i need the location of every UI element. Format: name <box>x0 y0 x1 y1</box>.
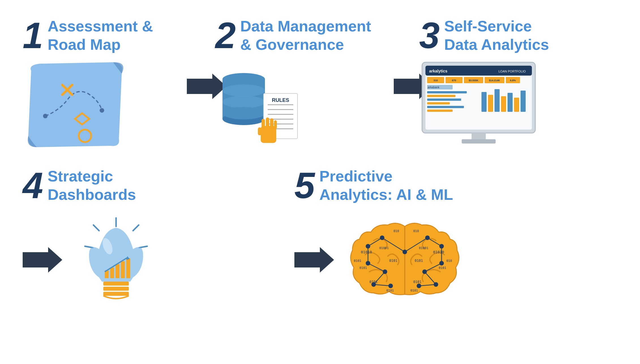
svg-rect-71 <box>110 267 114 278</box>
step-3-number: 3 <box>419 17 440 54</box>
svg-rect-74 <box>126 258 130 278</box>
svg-rect-48 <box>427 102 450 104</box>
svg-line-64 <box>93 225 99 231</box>
step-2-header: 2 Data Management & Governance <box>215 17 371 54</box>
svg-rect-55 <box>508 93 513 112</box>
svg-text:0101: 0101 <box>386 289 394 292</box>
svg-rect-69 <box>103 292 129 296</box>
svg-text:6.8%: 6.8% <box>510 79 516 82</box>
step-5-number: 5 <box>294 167 315 204</box>
svg-rect-51 <box>481 92 487 112</box>
svg-marker-60 <box>23 247 62 273</box>
svg-point-4 <box>43 114 48 118</box>
svg-rect-59 <box>462 139 496 144</box>
svg-line-62 <box>133 225 139 231</box>
svg-marker-76 <box>294 247 334 273</box>
svg-text:01010: 01010 <box>433 250 444 254</box>
svg-text:arkalytics: arkalytics <box>429 69 448 73</box>
arrow-4 <box>294 247 334 274</box>
svg-point-10 <box>222 84 265 97</box>
top-row: 1 Assessment & Road Map <box>23 17 617 153</box>
svg-text:0101: 0101 <box>369 280 378 284</box>
svg-text:670: 670 <box>452 79 456 82</box>
svg-text:0101: 0101 <box>389 259 397 263</box>
svg-text:0101: 0101 <box>439 266 446 270</box>
svg-rect-52 <box>488 95 493 112</box>
step-4-header: 4 Strategic Dashboards <box>23 167 136 204</box>
svg-point-5 <box>100 108 104 113</box>
section-4: 4 Strategic Dashboards <box>23 167 238 309</box>
db-rules-illustration: RULES <box>215 62 306 153</box>
svg-line-63 <box>139 246 147 248</box>
step-5-title: Predictive Analytics: AI & ML <box>319 167 453 204</box>
svg-text:0101: 0101 <box>415 259 423 263</box>
svg-rect-50 <box>427 110 453 112</box>
svg-text:010: 010 <box>393 229 399 233</box>
step-2-number: 2 <box>215 17 236 54</box>
svg-rect-58 <box>472 133 486 140</box>
svg-point-11 <box>222 96 265 108</box>
svg-rect-24 <box>270 118 273 129</box>
svg-rect-47 <box>427 99 461 101</box>
svg-rect-67 <box>103 282 129 286</box>
svg-text:LOAN PORTFOLIO: LOAN PORTFOLIO <box>498 70 526 73</box>
svg-rect-22 <box>262 119 265 129</box>
svg-rect-56 <box>514 98 519 112</box>
svg-text:0101: 0101 <box>413 280 421 284</box>
svg-rect-57 <box>521 91 526 112</box>
step-3-header: 3 Self-Service Data Analytics <box>419 17 549 54</box>
section-5: 5 Predictive Analytics: AI & ML <box>294 167 549 309</box>
svg-line-65 <box>85 246 93 248</box>
step-4-title: Strategic Dashboards <box>48 167 136 204</box>
svg-rect-45 <box>427 91 467 93</box>
svg-text:0101: 0101 <box>410 289 418 292</box>
svg-rect-54 <box>501 96 506 112</box>
svg-text:010: 010 <box>413 229 419 233</box>
step-5-header: 5 Predictive Analytics: AI & ML <box>294 167 453 204</box>
svg-text:010: 010 <box>446 259 452 263</box>
step-4-number: 4 <box>23 167 43 204</box>
svg-rect-73 <box>121 261 125 278</box>
svg-rect-68 <box>103 287 129 291</box>
svg-text:0101: 0101 <box>354 259 361 263</box>
svg-text:RULES: RULES <box>272 97 289 103</box>
section-3: 3 Self-Service Data Analytics arkalytics… <box>419 17 617 150</box>
svg-rect-26 <box>258 127 261 135</box>
step-1-header: 1 Assessment & Road Map <box>23 17 153 54</box>
section-1: 1 Assessment & Road Map <box>23 17 198 150</box>
svg-text:310: 310 <box>433 79 438 82</box>
step-1-number: 1 <box>23 17 43 54</box>
step-2-title: Data Management & Governance <box>240 17 371 54</box>
svg-rect-49 <box>427 106 464 108</box>
svg-text:$3.555K: $3.555K <box>469 79 479 82</box>
section-5-icons: 01010 0101 0101 01001 01010 0101 0101 01… <box>294 212 464 309</box>
map-illustration <box>23 59 127 150</box>
arrow-3 <box>23 247 62 274</box>
monitor-illustration: arkalytics LOAN PORTFOLIO 310 670 $3.555… <box>419 59 538 150</box>
section-4-icons <box>23 212 161 309</box>
step-1-title: Assessment & Road Map <box>48 17 153 54</box>
svg-point-12 <box>222 107 265 119</box>
svg-rect-53 <box>495 89 500 112</box>
section-2: 2 Data Management & Governance <box>215 17 408 153</box>
svg-rect-25 <box>274 120 277 129</box>
svg-rect-72 <box>115 264 119 278</box>
step-3-title: Self-Service Data Analytics <box>444 17 549 54</box>
svg-text:$14.214K: $14.214K <box>489 79 500 82</box>
svg-text:01001: 01001 <box>419 246 428 250</box>
bottom-row: 4 Strategic Dashboards <box>23 167 617 309</box>
svg-text:arkabank: arkabank <box>428 86 440 89</box>
svg-rect-46 <box>427 95 455 97</box>
lightbulb-illustration <box>71 212 161 309</box>
brain-illustration: 01010 0101 0101 01001 01010 0101 0101 01… <box>345 212 464 309</box>
svg-text:01010: 01010 <box>361 250 372 254</box>
page-container: 1 Assessment & Road Map <box>0 0 640 364</box>
svg-text:01001: 01001 <box>379 246 389 250</box>
svg-text:0101: 0101 <box>359 266 367 270</box>
svg-rect-23 <box>266 117 269 128</box>
